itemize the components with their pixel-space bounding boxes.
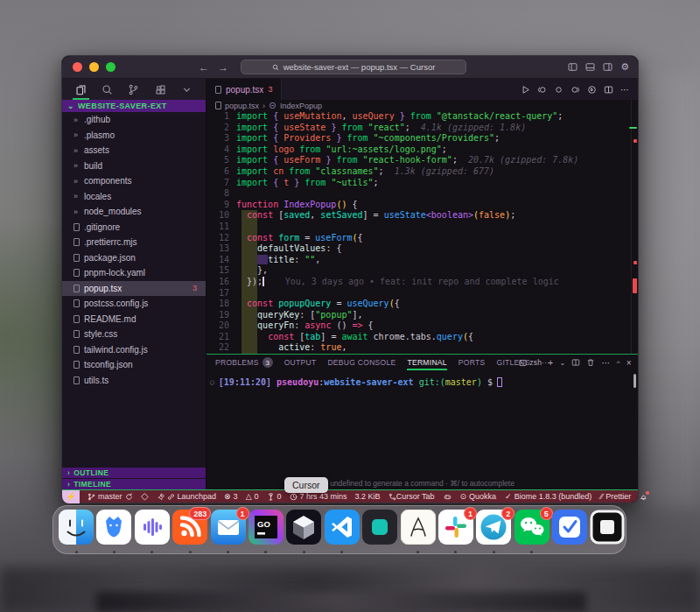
dock-warp-icon[interactable]	[362, 510, 397, 554]
explorer-item--github[interactable]: ».github	[62, 112, 206, 128]
toggle-panel-icon[interactable]	[585, 62, 595, 72]
dock-cursor-icon[interactable]	[286, 510, 321, 554]
status-launchpad[interactable]: Launchpad	[157, 492, 217, 501]
chevron-down-icon[interactable]	[179, 79, 194, 100]
history-forward-icon[interactable]: →	[218, 61, 228, 74]
code-line-21[interactable]: 21 const [tab] = await chrome.tabs.query…	[206, 332, 631, 343]
status-remote-indicator[interactable]: ⚡	[62, 490, 80, 503]
maximize-panel-icon[interactable]: ^	[617, 359, 620, 367]
breadcrumb[interactable]: popup.tsx › IndexPopup	[206, 100, 638, 111]
split-terminal-icon[interactable]	[571, 358, 580, 367]
status-compare[interactable]	[388, 493, 396, 501]
dock-waveform-app-icon[interactable]	[135, 510, 170, 554]
minimize-window-button[interactable]	[89, 62, 99, 72]
explorer-item-style-css[interactable]: style.css	[62, 327, 206, 342]
run-icon[interactable]	[521, 85, 530, 95]
status-file-size[interactable]: 3.2 KiB	[355, 492, 381, 501]
status-cursor-tab[interactable]: Cursor Tab	[396, 492, 435, 501]
status-quokka[interactable]: ⊙Quokka	[460, 492, 497, 501]
explorer-item-README-md[interactable]: README.md	[62, 312, 206, 327]
code-line-22[interactable]: 22 active: true,	[206, 342, 631, 354]
status-notifications[interactable]	[640, 493, 648, 501]
terminal-scrollbar[interactable]	[634, 374, 636, 388]
dock-fox-notes-icon[interactable]	[96, 510, 131, 554]
explorer-item--gitignore[interactable]: .gitignore	[62, 220, 206, 236]
explorer-item--plasmo[interactable]: ».plasmo	[62, 128, 206, 144]
timer-icon[interactable]	[587, 85, 597, 95]
status-warnings[interactable]: △0	[246, 492, 259, 501]
code-line-4[interactable]: 4import logo from "url:~assets/logo.png"…	[206, 144, 631, 156]
status-wakatime[interactable]: 7 hrs 43 mins	[290, 492, 347, 501]
code-line-12[interactable]: 12 const form = useForm({	[206, 233, 631, 244]
explorer-icon[interactable]	[74, 79, 88, 100]
code-line-1[interactable]: 1import { useMutation, useQuery } from "…	[206, 111, 631, 123]
code-line-18[interactable]: 18 const popupQuery = useQuery({	[206, 299, 631, 310]
code-line-19[interactable]: 19 queryKey: ["popup"],	[206, 310, 631, 321]
more-panel-actions-icon[interactable]: ⋯	[601, 358, 610, 368]
panel-tab-output[interactable]: OUTPUT	[284, 355, 317, 370]
code-line-6[interactable]: 6import cn from "classnames"; 1.3k (gzip…	[206, 166, 631, 178]
code-line-13[interactable]: 13 defaultValues: {	[206, 243, 631, 255]
explorer-item-utils-ts[interactable]: utils.ts	[62, 373, 206, 389]
history-back-icon[interactable]: ←	[199, 61, 209, 74]
explorer-item-pnpm-lock-yaml[interactable]: pnpm-lock.yaml	[62, 265, 206, 281]
close-panel-icon[interactable]: ×	[626, 358, 632, 368]
tab-popup-tsx[interactable]: popup.tsx 3	[206, 79, 282, 100]
panel-tab-ports[interactable]: PORTS	[458, 355, 486, 370]
code-line-10[interactable]: 10 const [saved, setSaved] = useState<bo…	[206, 210, 631, 222]
status-ports[interactable]: 0	[267, 492, 282, 501]
record-icon[interactable]	[554, 85, 564, 95]
status-gitlens[interactable]	[141, 493, 149, 501]
zoom-window-button[interactable]	[106, 62, 116, 72]
panel-tab-terminal[interactable]: TERMINAL	[407, 355, 446, 370]
explorer-root-folder[interactable]: ⌄ WEBSITE-SAVER-EXT	[62, 100, 206, 112]
status-biome[interactable]: ✓Biome 1.8.3 (bundled)	[505, 492, 592, 501]
panel-tab-debug-console[interactable]: DEBUG CONSOLE	[327, 355, 396, 370]
kill-terminal-icon[interactable]	[586, 358, 595, 367]
title-bar[interactable]: ← → website-saver-ext — popup.tsx — Curs…	[62, 56, 638, 79]
explorer-item-package-json[interactable]: package.json	[62, 250, 206, 266]
dock-sketch-app-icon[interactable]	[401, 510, 436, 554]
code-line-14[interactable]: 14 title: "",	[206, 255, 631, 266]
code-line-3[interactable]: 3import { Providers } from "~components/…	[206, 133, 631, 144]
close-window-button[interactable]	[73, 62, 82, 72]
breadcrumb-file[interactable]: popup.tsx	[225, 102, 259, 110]
dock-rss-reader-icon[interactable]: 283	[172, 510, 207, 554]
explorer-item-node-modules[interactable]: »node_modules	[62, 204, 206, 220]
explorer-item-postcss-config-js[interactable]: postcss.config.js	[62, 296, 206, 312]
settings-gear-icon[interactable]: ⚙	[620, 61, 629, 73]
explorer-item-locales[interactable]: »locales	[62, 189, 206, 205]
explorer-item-assets[interactable]: »assets	[62, 143, 206, 158]
explorer-item-tailwind-config-js[interactable]: tailwind.config.js	[62, 342, 206, 358]
dock-telegram-icon[interactable]: 2	[476, 510, 511, 554]
extensions-icon[interactable]	[153, 79, 168, 100]
nav-back-icon[interactable]	[537, 85, 547, 95]
code-line-7[interactable]: 7import { t } from "~utils";	[206, 178, 631, 189]
code-line-2[interactable]: 2import { useState } from "react"; 4.1k …	[206, 123, 631, 134]
code-editor[interactable]: 1import { useMutation, useQuery } from "…	[206, 111, 631, 354]
status-prettier[interactable]: ∕∕Prettier	[600, 492, 631, 501]
code-line-16[interactable]: 16 }); You, 3 days ago • feat: init repo…	[206, 277, 631, 288]
dock-vscode-icon[interactable]	[325, 510, 360, 554]
explorer-item-build[interactable]: »build	[62, 158, 206, 174]
dock-finder-icon[interactable]	[59, 510, 94, 554]
code-line-5[interactable]: 5import { useForm } from "react-hook-for…	[206, 155, 631, 166]
new-terminal-icon[interactable]: +	[548, 358, 553, 368]
code-line-17[interactable]: 17	[206, 288, 631, 299]
breadcrumb-symbol[interactable]: IndexPopup	[280, 102, 322, 110]
source-control-icon[interactable]	[126, 79, 141, 100]
explorer-item--prettierrc-mjs[interactable]: .prettierrc.mjs	[62, 235, 206, 250]
code-line-8[interactable]: 8	[206, 188, 631, 200]
shell-selector[interactable]: zsh	[519, 358, 542, 367]
command-center[interactable]: website-saver-ext — popup.tsx — Cursor	[241, 60, 466, 74]
code-line-20[interactable]: 20 queryFn: async () => {	[206, 320, 631, 332]
dock-slack-icon[interactable]: 1	[438, 510, 473, 554]
more-actions-icon[interactable]: ⋯	[620, 85, 629, 95]
timeline-section[interactable]: › TIMELINE	[62, 479, 206, 489]
status-copilot[interactable]	[444, 493, 452, 501]
dock-mail-icon[interactable]: 1	[211, 510, 246, 554]
terminal-prompt-line[interactable]: ○ [19:11:20] pseudoyu:website-saver-ext …	[210, 377, 638, 387]
terminal-dropdown-icon[interactable]: ⌄	[559, 359, 565, 367]
panel-tab-problems[interactable]: PROBLEMS3	[215, 355, 273, 370]
toggle-secondary-sidebar-icon[interactable]	[603, 62, 612, 72]
